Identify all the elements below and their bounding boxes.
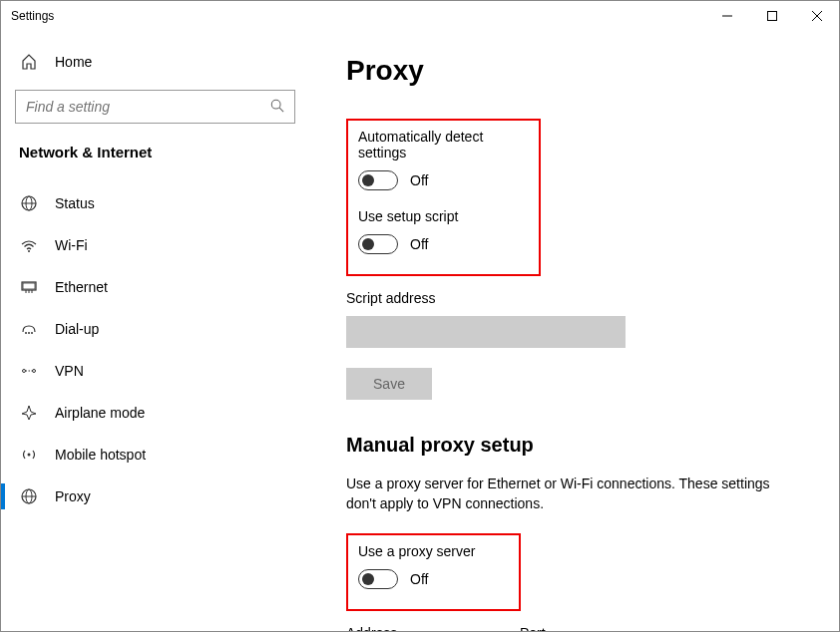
use-proxy-toggle[interactable]	[358, 569, 398, 589]
content-area: Home Network & Internet Status Wi-Fi Eth…	[1, 31, 839, 631]
port-label: Port	[520, 625, 600, 631]
auto-detect-toggle[interactable]	[358, 170, 398, 190]
home-label: Home	[55, 54, 92, 70]
dialup-icon	[19, 320, 39, 338]
auto-detect-label: Automatically detect settings	[358, 129, 529, 160]
sidebar-item-status[interactable]: Status	[1, 182, 309, 224]
svg-rect-1	[767, 12, 776, 21]
svg-point-15	[25, 332, 27, 334]
sidebar-item-label: Airplane mode	[55, 405, 145, 421]
sidebar-item-label: VPN	[55, 363, 84, 379]
close-button[interactable]	[794, 1, 839, 31]
sidebar-item-label: Dial-up	[55, 321, 99, 337]
vpn-icon	[19, 362, 39, 380]
address-port-row: Address Port	[346, 625, 809, 631]
toggle-knob	[362, 573, 374, 585]
search-icon	[270, 99, 284, 116]
use-proxy-toggle-row: Off	[358, 569, 509, 589]
address-column: Address	[346, 625, 496, 631]
svg-point-18	[23, 370, 26, 373]
highlight-auto-section: Automatically detect settings Off Use se…	[346, 119, 541, 276]
hotspot-icon	[19, 446, 39, 464]
sidebar-section-title: Network & Internet	[1, 144, 309, 160]
sidebar-item-airplane[interactable]: Airplane mode	[1, 392, 309, 434]
settings-window: Settings Home Network & Internet Status	[0, 0, 840, 632]
port-column: Port	[520, 625, 600, 631]
maximize-button[interactable]	[749, 1, 794, 31]
sidebar-item-vpn[interactable]: VPN	[1, 350, 309, 392]
window-title: Settings	[11, 9, 54, 23]
page-title: Proxy	[346, 55, 809, 87]
sidebar-item-label: Wi-Fi	[55, 237, 88, 253]
use-script-state: Off	[410, 236, 428, 252]
manual-heading: Manual proxy setup	[346, 434, 809, 457]
sidebar-item-proxy[interactable]: Proxy	[1, 475, 309, 517]
sidebar-item-label: Ethernet	[55, 279, 108, 295]
minimize-button[interactable]	[704, 1, 749, 31]
sidebar-item-dialup[interactable]: Dial-up	[1, 308, 309, 350]
wifi-icon	[19, 236, 39, 254]
sidebar-item-ethernet[interactable]: Ethernet	[1, 266, 309, 308]
auto-detect-toggle-row: Off	[358, 170, 529, 190]
manual-description: Use a proxy server for Ethernet or Wi-Fi…	[346, 474, 785, 513]
svg-point-4	[271, 100, 280, 109]
home-icon	[19, 54, 39, 70]
use-proxy-state: Off	[410, 571, 428, 587]
home-button[interactable]: Home	[1, 46, 309, 78]
main-panel: Proxy Automatically detect settings Off …	[310, 31, 839, 631]
address-label: Address	[346, 625, 496, 631]
use-script-toggle-row: Off	[358, 234, 529, 254]
sidebar-item-label: Proxy	[55, 488, 91, 504]
script-address-input[interactable]	[346, 316, 626, 348]
use-script-label: Use setup script	[358, 208, 529, 224]
svg-point-21	[28, 454, 31, 457]
svg-rect-11	[23, 283, 35, 289]
use-script-toggle[interactable]	[358, 234, 398, 254]
toggle-knob	[362, 238, 374, 250]
use-proxy-label: Use a proxy server	[358, 543, 509, 559]
ethernet-icon	[19, 278, 39, 296]
auto-detect-state: Off	[410, 172, 428, 188]
svg-line-5	[279, 108, 283, 112]
proxy-icon	[19, 487, 39, 505]
sidebar-item-label: Mobile hotspot	[55, 447, 146, 463]
sidebar-item-hotspot[interactable]: Mobile hotspot	[1, 434, 309, 475]
sidebar: Home Network & Internet Status Wi-Fi Eth…	[1, 31, 310, 631]
search-box[interactable]	[15, 90, 295, 124]
svg-point-16	[28, 332, 30, 334]
svg-point-9	[28, 250, 30, 252]
script-address-label: Script address	[346, 290, 809, 306]
svg-point-17	[31, 332, 33, 334]
toggle-knob	[362, 174, 374, 186]
sidebar-item-label: Status	[55, 195, 95, 211]
highlight-proxy-section: Use a proxy server Off	[346, 533, 521, 611]
svg-point-19	[33, 370, 36, 373]
save-button[interactable]: Save	[346, 368, 432, 400]
airplane-icon	[19, 404, 39, 422]
search-input[interactable]	[26, 99, 270, 115]
status-icon	[19, 194, 39, 212]
sidebar-item-wifi[interactable]: Wi-Fi	[1, 224, 309, 266]
title-bar: Settings	[1, 1, 839, 31]
window-controls	[704, 1, 839, 31]
